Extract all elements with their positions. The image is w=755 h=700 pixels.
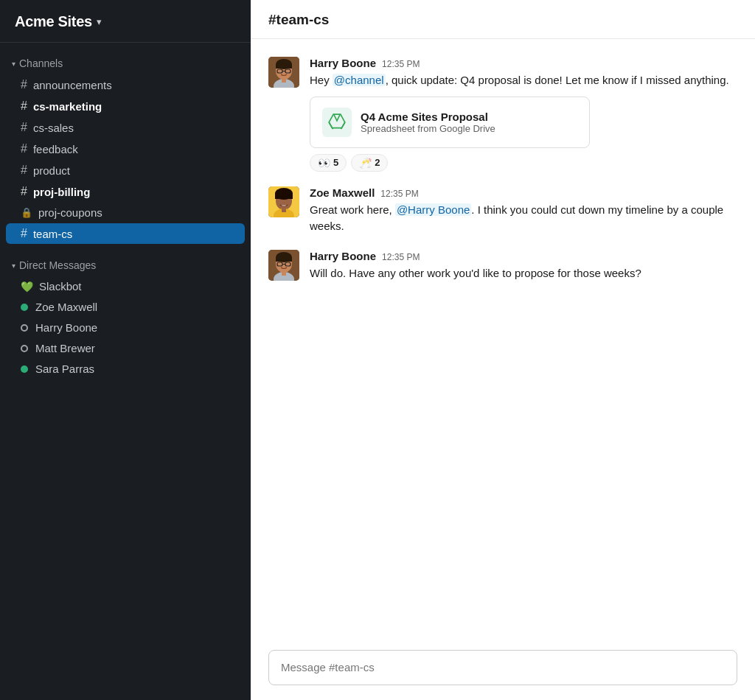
hash-icon: # <box>21 227 27 240</box>
svg-rect-18 <box>276 257 292 262</box>
message-input-area <box>251 641 755 700</box>
svg-rect-3 <box>276 64 292 69</box>
message-meta: Harry Boone12:35 PM <box>310 57 737 69</box>
channels-list: #announcements#cs-marketing#cs-sales#fee… <box>0 74 251 245</box>
hash-icon: # <box>21 185 27 198</box>
svg-rect-8 <box>282 78 286 83</box>
reaction-button[interactable]: 👀5 <box>310 154 347 172</box>
hash-icon: # <box>21 164 27 177</box>
sidebar-channel-announcements[interactable]: #announcements <box>6 74 245 95</box>
workspace-name: Acme Sites <box>15 13 92 30</box>
dm-name: Harry Boone <box>35 321 97 334</box>
reaction-count: 5 <box>333 157 338 168</box>
dm-name: Matt Brewer <box>35 342 95 354</box>
sidebar-channel-proj-coupons[interactable]: 🔒proj-coupons <box>6 203 245 223</box>
sidebar-channel-team-cs[interactable]: #team-cs <box>6 223 245 244</box>
file-name: Q4 Acme Sites Proposal <box>361 111 495 123</box>
hash-icon: # <box>21 99 27 113</box>
message-input[interactable] <box>281 661 725 673</box>
message-group: Harry Boone12:35 PMHey @channel, quick u… <box>268 57 737 172</box>
lock-icon: 🔒 <box>21 207 32 218</box>
sidebar-channel-cs-marketing[interactable]: #cs-marketing <box>6 96 245 116</box>
offline-status-icon <box>21 324 28 332</box>
dm-label: Direct Messages <box>19 259 96 271</box>
message-author: Harry Boone <box>310 250 376 262</box>
channel-name: cs-sales <box>33 122 74 134</box>
sidebar-channel-cs-sales[interactable]: #cs-sales <box>6 117 245 138</box>
dm-name: Zoe Maxwell <box>35 301 97 313</box>
message-time: 12:35 PM <box>380 189 418 199</box>
dm-list: 💚SlackbotZoe MaxwellHarry BooneMatt Brew… <box>0 276 251 379</box>
reactions: 👀5🥂2 <box>310 154 737 172</box>
message-content: Harry Boone12:35 PMHey @channel, quick u… <box>310 57 737 172</box>
sidebar: Acme Sites ▾ ▾ Channels #announcements#c… <box>0 0 251 700</box>
svg-rect-23 <box>282 271 286 276</box>
file-subtitle: Spreadsheet from Google Drive <box>361 123 495 134</box>
bot-heart-icon: 💚 <box>21 281 33 293</box>
sidebar-dm-matt-brewer[interactable]: Matt Brewer <box>6 338 245 358</box>
message-text: Great work here, @Harry Boone. I think y… <box>310 202 737 235</box>
sidebar-dm-slackbot[interactable]: 💚Slackbot <box>6 276 245 296</box>
message-input-wrapper[interactable] <box>268 650 737 685</box>
message-meta: Harry Boone12:35 PM <box>310 250 737 262</box>
channel-name: cs-marketing <box>33 100 102 113</box>
hash-icon: # <box>21 78 27 91</box>
dm-arrow: ▾ <box>12 262 15 270</box>
message-content: Harry Boone12:35 PMWill do. Have any oth… <box>310 250 737 282</box>
sidebar-dm-harry-boone[interactable]: Harry Boone <box>6 318 245 337</box>
online-status-icon <box>21 365 28 373</box>
message-group: Zoe Maxwell12:35 PMGreat work here, @Har… <box>268 186 737 235</box>
message-time: 12:35 PM <box>382 59 420 69</box>
messages-area: Harry Boone12:35 PMHey @channel, quick u… <box>251 39 755 641</box>
message-time: 12:35 PM <box>382 252 420 262</box>
dm-name: Slackbot <box>39 280 82 293</box>
channel-name: proj-coupons <box>38 206 102 219</box>
google-drive-icon <box>322 108 352 137</box>
message-group: Harry Boone12:35 PMWill do. Have any oth… <box>268 250 737 282</box>
message-content: Zoe Maxwell12:35 PMGreat work here, @Har… <box>310 186 737 235</box>
avatar <box>268 186 299 217</box>
channel-name: proj-billing <box>33 186 90 198</box>
channels-arrow: ▾ <box>12 60 15 68</box>
dm-section-header[interactable]: ▾ Direct Messages <box>0 245 251 276</box>
reaction-emoji: 🥂 <box>359 157 372 169</box>
svg-rect-14 <box>282 209 286 212</box>
reaction-count: 2 <box>375 157 380 168</box>
mention[interactable]: @channel <box>333 74 386 86</box>
channels-label: Channels <box>19 57 63 69</box>
sidebar-channel-proj-billing[interactable]: #proj-billing <box>6 181 245 202</box>
sidebar-dm-zoe-maxwell[interactable]: Zoe Maxwell <box>6 297 245 317</box>
reaction-button[interactable]: 🥂2 <box>351 154 388 172</box>
channel-title: #team-cs <box>268 12 329 27</box>
main-panel: #team-cs Harry Boone12:35 PMHey @channel… <box>251 0 755 700</box>
sidebar-header[interactable]: Acme Sites ▾ <box>0 0 251 43</box>
message-author: Zoe Maxwell <box>310 186 375 199</box>
avatar <box>268 57 299 88</box>
online-status-icon <box>21 304 28 311</box>
svg-rect-12 <box>275 193 293 199</box>
sidebar-dm-sara-parras[interactable]: Sara Parras <box>6 359 245 379</box>
channel-name: team-cs <box>33 228 72 240</box>
message-text: Hey @channel, quick update: Q4 proposal … <box>310 72 737 89</box>
channel-name: feedback <box>33 143 78 155</box>
channels-section-header[interactable]: ▾ Channels <box>0 43 251 74</box>
file-attachment[interactable]: Q4 Acme Sites ProposalSpreadsheet from G… <box>310 97 590 148</box>
mention[interactable]: @Harry Boone <box>395 203 471 216</box>
sidebar-channel-product[interactable]: #product <box>6 160 245 181</box>
sidebar-channel-feedback[interactable]: #feedback <box>6 139 245 159</box>
workspace-chevron: ▾ <box>97 16 102 27</box>
offline-status-icon <box>21 345 28 352</box>
channel-name: announcements <box>33 79 112 91</box>
reaction-emoji: 👀 <box>318 157 330 169</box>
dm-name: Sara Parras <box>35 363 94 375</box>
avatar <box>268 250 299 281</box>
file-info: Q4 Acme Sites ProposalSpreadsheet from G… <box>361 111 495 134</box>
hash-icon: # <box>21 121 27 134</box>
channel-name: product <box>33 164 70 177</box>
message-text: Will do. Have any other work you'd like … <box>310 265 737 282</box>
message-author: Harry Boone <box>310 57 376 69</box>
main-header: #team-cs <box>251 0 755 39</box>
hash-icon: # <box>21 142 27 155</box>
message-meta: Zoe Maxwell12:35 PM <box>310 186 737 199</box>
